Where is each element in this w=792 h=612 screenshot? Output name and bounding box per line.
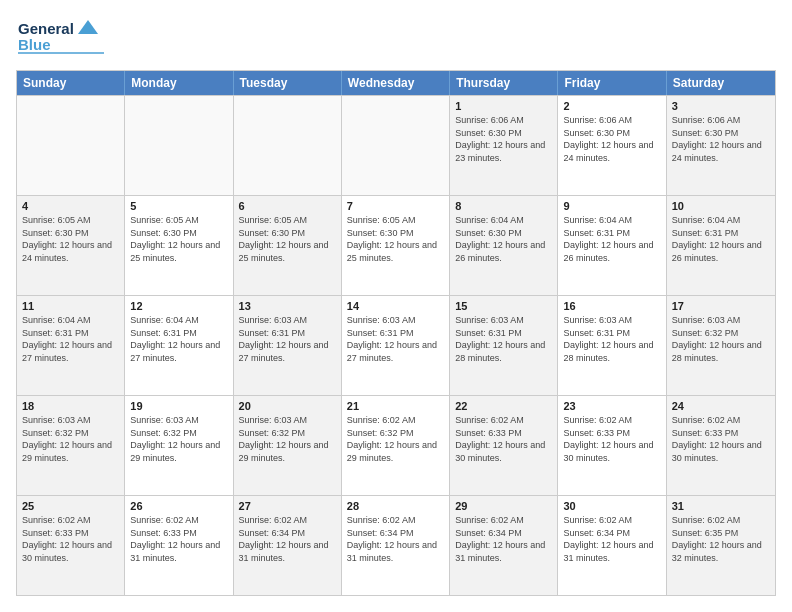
cell-info: Sunrise: 6:03 AM Sunset: 6:32 PM Dayligh… (239, 414, 336, 464)
calendar-cell-6: 6Sunrise: 6:05 AM Sunset: 6:30 PM Daylig… (234, 196, 342, 295)
calendar-cell-16: 16Sunrise: 6:03 AM Sunset: 6:31 PM Dayli… (558, 296, 666, 395)
calendar-cell-19: 19Sunrise: 6:03 AM Sunset: 6:32 PM Dayli… (125, 396, 233, 495)
day-number: 11 (22, 300, 119, 312)
calendar-cell-23: 23Sunrise: 6:02 AM Sunset: 6:33 PM Dayli… (558, 396, 666, 495)
calendar-row-4: 25Sunrise: 6:02 AM Sunset: 6:33 PM Dayli… (17, 495, 775, 595)
calendar-cell-4: 4Sunrise: 6:05 AM Sunset: 6:30 PM Daylig… (17, 196, 125, 295)
cell-info: Sunrise: 6:02 AM Sunset: 6:33 PM Dayligh… (22, 514, 119, 564)
day-number: 22 (455, 400, 552, 412)
day-number: 24 (672, 400, 770, 412)
cell-info: Sunrise: 6:04 AM Sunset: 6:31 PM Dayligh… (672, 214, 770, 264)
cell-info: Sunrise: 6:03 AM Sunset: 6:31 PM Dayligh… (239, 314, 336, 364)
day-number: 13 (239, 300, 336, 312)
cell-info: Sunrise: 6:05 AM Sunset: 6:30 PM Dayligh… (347, 214, 444, 264)
day-number: 3 (672, 100, 770, 112)
cell-info: Sunrise: 6:03 AM Sunset: 6:32 PM Dayligh… (22, 414, 119, 464)
svg-text:General: General (18, 20, 74, 37)
cell-info: Sunrise: 6:04 AM Sunset: 6:30 PM Dayligh… (455, 214, 552, 264)
day-number: 17 (672, 300, 770, 312)
day-header-monday: Monday (125, 71, 233, 95)
calendar-row-2: 11Sunrise: 6:04 AM Sunset: 6:31 PM Dayli… (17, 295, 775, 395)
calendar-cell-empty (125, 96, 233, 195)
calendar-cell-8: 8Sunrise: 6:04 AM Sunset: 6:30 PM Daylig… (450, 196, 558, 295)
cell-info: Sunrise: 6:03 AM Sunset: 6:32 PM Dayligh… (672, 314, 770, 364)
cell-info: Sunrise: 6:02 AM Sunset: 6:34 PM Dayligh… (347, 514, 444, 564)
calendar-cell-24: 24Sunrise: 6:02 AM Sunset: 6:33 PM Dayli… (667, 396, 775, 495)
day-number: 15 (455, 300, 552, 312)
cell-info: Sunrise: 6:05 AM Sunset: 6:30 PM Dayligh… (22, 214, 119, 264)
day-number: 5 (130, 200, 227, 212)
day-number: 28 (347, 500, 444, 512)
calendar-cell-21: 21Sunrise: 6:02 AM Sunset: 6:32 PM Dayli… (342, 396, 450, 495)
cell-info: Sunrise: 6:02 AM Sunset: 6:34 PM Dayligh… (239, 514, 336, 564)
day-number: 1 (455, 100, 552, 112)
calendar-cell-10: 10Sunrise: 6:04 AM Sunset: 6:31 PM Dayli… (667, 196, 775, 295)
calendar-cell-1: 1Sunrise: 6:06 AM Sunset: 6:30 PM Daylig… (450, 96, 558, 195)
calendar-cell-29: 29Sunrise: 6:02 AM Sunset: 6:34 PM Dayli… (450, 496, 558, 595)
day-number: 16 (563, 300, 660, 312)
day-number: 27 (239, 500, 336, 512)
calendar: SundayMondayTuesdayWednesdayThursdayFrid… (16, 70, 776, 596)
calendar-cell-empty (234, 96, 342, 195)
day-number: 12 (130, 300, 227, 312)
day-header-wednesday: Wednesday (342, 71, 450, 95)
calendar-header: SundayMondayTuesdayWednesdayThursdayFrid… (17, 71, 775, 95)
day-header-tuesday: Tuesday (234, 71, 342, 95)
calendar-body: 1Sunrise: 6:06 AM Sunset: 6:30 PM Daylig… (17, 95, 775, 595)
header: General Blue (16, 16, 776, 60)
cell-info: Sunrise: 6:05 AM Sunset: 6:30 PM Dayligh… (130, 214, 227, 264)
calendar-row-3: 18Sunrise: 6:03 AM Sunset: 6:32 PM Dayli… (17, 395, 775, 495)
cell-info: Sunrise: 6:02 AM Sunset: 6:33 PM Dayligh… (672, 414, 770, 464)
calendar-cell-22: 22Sunrise: 6:02 AM Sunset: 6:33 PM Dayli… (450, 396, 558, 495)
day-number: 31 (672, 500, 770, 512)
calendar-cell-11: 11Sunrise: 6:04 AM Sunset: 6:31 PM Dayli… (17, 296, 125, 395)
cell-info: Sunrise: 6:02 AM Sunset: 6:33 PM Dayligh… (563, 414, 660, 464)
day-number: 23 (563, 400, 660, 412)
day-number: 25 (22, 500, 119, 512)
calendar-cell-12: 12Sunrise: 6:04 AM Sunset: 6:31 PM Dayli… (125, 296, 233, 395)
calendar-cell-28: 28Sunrise: 6:02 AM Sunset: 6:34 PM Dayli… (342, 496, 450, 595)
day-number: 29 (455, 500, 552, 512)
day-number: 18 (22, 400, 119, 412)
cell-info: Sunrise: 6:04 AM Sunset: 6:31 PM Dayligh… (22, 314, 119, 364)
day-number: 7 (347, 200, 444, 212)
calendar-cell-15: 15Sunrise: 6:03 AM Sunset: 6:31 PM Dayli… (450, 296, 558, 395)
cell-info: Sunrise: 6:04 AM Sunset: 6:31 PM Dayligh… (130, 314, 227, 364)
calendar-cell-30: 30Sunrise: 6:02 AM Sunset: 6:34 PM Dayli… (558, 496, 666, 595)
day-number: 9 (563, 200, 660, 212)
calendar-cell-14: 14Sunrise: 6:03 AM Sunset: 6:31 PM Dayli… (342, 296, 450, 395)
cell-info: Sunrise: 6:04 AM Sunset: 6:31 PM Dayligh… (563, 214, 660, 264)
calendar-cell-17: 17Sunrise: 6:03 AM Sunset: 6:32 PM Dayli… (667, 296, 775, 395)
calendar-cell-18: 18Sunrise: 6:03 AM Sunset: 6:32 PM Dayli… (17, 396, 125, 495)
day-header-thursday: Thursday (450, 71, 558, 95)
cell-info: Sunrise: 6:02 AM Sunset: 6:32 PM Dayligh… (347, 414, 444, 464)
day-number: 26 (130, 500, 227, 512)
cell-info: Sunrise: 6:03 AM Sunset: 6:31 PM Dayligh… (347, 314, 444, 364)
logo-svg: General Blue (16, 16, 106, 60)
day-number: 2 (563, 100, 660, 112)
day-number: 10 (672, 200, 770, 212)
cell-info: Sunrise: 6:02 AM Sunset: 6:34 PM Dayligh… (455, 514, 552, 564)
calendar-cell-9: 9Sunrise: 6:04 AM Sunset: 6:31 PM Daylig… (558, 196, 666, 295)
calendar-cell-13: 13Sunrise: 6:03 AM Sunset: 6:31 PM Dayli… (234, 296, 342, 395)
page: General Blue SundayMondayTuesdayWednesda… (0, 0, 792, 612)
calendar-cell-26: 26Sunrise: 6:02 AM Sunset: 6:33 PM Dayli… (125, 496, 233, 595)
svg-marker-2 (78, 20, 98, 34)
calendar-row-1: 4Sunrise: 6:05 AM Sunset: 6:30 PM Daylig… (17, 195, 775, 295)
cell-info: Sunrise: 6:02 AM Sunset: 6:33 PM Dayligh… (130, 514, 227, 564)
day-number: 6 (239, 200, 336, 212)
calendar-cell-3: 3Sunrise: 6:06 AM Sunset: 6:30 PM Daylig… (667, 96, 775, 195)
calendar-cell-27: 27Sunrise: 6:02 AM Sunset: 6:34 PM Dayli… (234, 496, 342, 595)
cell-info: Sunrise: 6:05 AM Sunset: 6:30 PM Dayligh… (239, 214, 336, 264)
day-number: 20 (239, 400, 336, 412)
day-header-friday: Friday (558, 71, 666, 95)
calendar-cell-empty (17, 96, 125, 195)
cell-info: Sunrise: 6:06 AM Sunset: 6:30 PM Dayligh… (672, 114, 770, 164)
cell-info: Sunrise: 6:03 AM Sunset: 6:31 PM Dayligh… (563, 314, 660, 364)
calendar-cell-5: 5Sunrise: 6:05 AM Sunset: 6:30 PM Daylig… (125, 196, 233, 295)
day-number: 14 (347, 300, 444, 312)
day-number: 30 (563, 500, 660, 512)
day-header-saturday: Saturday (667, 71, 775, 95)
calendar-cell-2: 2Sunrise: 6:06 AM Sunset: 6:30 PM Daylig… (558, 96, 666, 195)
logo: General Blue (16, 16, 106, 60)
